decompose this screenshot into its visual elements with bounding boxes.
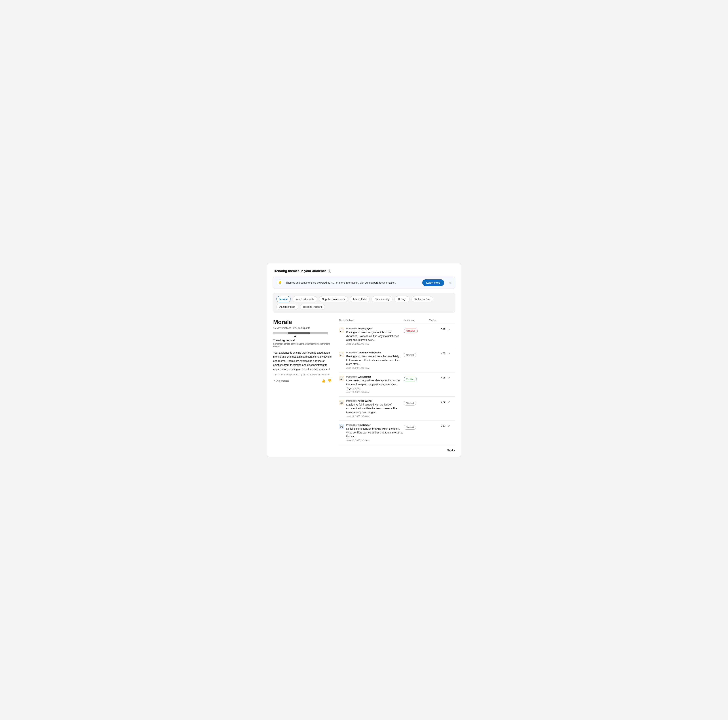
sentiment-col-2: Positive xyxy=(404,375,429,381)
participants-count: 275 participants xyxy=(293,327,310,329)
sentiment-col-0: Negative xyxy=(404,327,429,333)
negative-bar xyxy=(273,332,288,335)
views-header[interactable]: Views ↓ xyxy=(429,319,448,321)
conv-author-1: Posted by Lawrence Gilbertson xyxy=(346,351,404,354)
table-row: 💬 Posted by Amy Nguyen Feeling a bit dow… xyxy=(339,324,455,348)
conv-author-3: Posted by Astrid Wong xyxy=(346,399,404,402)
conv-main-4: 💬 Posted by Tim Deboer Noticing some ten… xyxy=(339,423,404,442)
conv-icon-3: 💬 xyxy=(339,400,344,405)
thumbs-up-button[interactable]: 👍 xyxy=(321,379,326,383)
sentiment-col-1: Neutral xyxy=(404,351,429,357)
theme-tag-data-security[interactable]: Data security xyxy=(372,296,393,302)
page-title-row: Trending themes in your audience i xyxy=(273,269,455,273)
info-icon[interactable]: i xyxy=(328,269,331,273)
table-row: 💬 Posted by Lydia Bauer Love seeing the … xyxy=(339,372,455,397)
conv-date-0: June 14, 2023, 9:34 AM xyxy=(346,342,404,345)
trend-icon-0[interactable]: ↗ xyxy=(448,327,455,331)
thumbs-down-button[interactable]: 👎 xyxy=(327,379,332,383)
sentiment-col-4: Neutral xyxy=(404,423,429,430)
sentiment-col-3: Neutral xyxy=(404,399,429,405)
main-container: Trending themes in your audience i 💡 The… xyxy=(267,263,461,457)
topic-title: Morale xyxy=(273,319,332,326)
left-panel: Morale 15 conversations • 275 participan… xyxy=(273,319,332,383)
conv-preview-3[interactable]: Lately, I've felt frustrated with the la… xyxy=(346,403,404,414)
neutral-bar xyxy=(288,332,310,335)
conv-date-2: June 14, 2023, 9:34 AM xyxy=(346,391,404,393)
conv-main-3: 💬 Posted by Astrid Wong Lately, I've fel… xyxy=(339,399,404,417)
conv-body-2: Posted by Lydia Bauer Love seeing the po… xyxy=(346,375,404,393)
ai-banner: 💡 Themes and sentiment are powered by AI… xyxy=(273,277,455,289)
conv-icon-4: 💬 xyxy=(339,424,344,429)
feedback-buttons: 👍 👎 xyxy=(321,379,332,383)
conv-date-1: June 14, 2023, 9:34 AM xyxy=(346,367,404,369)
conv-body-0: Posted by Amy Nguyen Feeling a bit down … xyxy=(346,327,404,345)
trend-icon-3[interactable]: ↗ xyxy=(448,399,455,404)
theme-tag-supply-chain-issues[interactable]: Supply chain issues xyxy=(319,296,348,302)
positive-bar xyxy=(310,332,328,335)
conv-body-4: Posted by Tim Deboer Noticing some tensi… xyxy=(346,423,404,442)
trend-icon-2[interactable]: ↗ xyxy=(448,375,455,379)
banner-bulb-icon: 💡 xyxy=(277,280,283,286)
conv-icon-2: 💬 xyxy=(339,376,344,381)
summary-text: Your audience is sharing their feelings … xyxy=(273,351,332,371)
conv-preview-4[interactable]: Noticing some tension brewing within the… xyxy=(346,427,404,439)
views-cell-3: 376 xyxy=(429,399,448,403)
conv-main-2: 💬 Posted by Lydia Bauer Love seeing the … xyxy=(339,375,404,393)
ai-footer: ✦ AI-generated 👍 👎 xyxy=(273,379,332,383)
right-panel: Conversations Sentiment Views ↓ 💬 Posted… xyxy=(339,319,455,452)
neutral-indicator xyxy=(294,335,297,337)
conv-author-2: Posted by Lydia Bauer xyxy=(346,375,404,378)
banner-close-button[interactable]: ✕ xyxy=(449,281,451,285)
pagination-row: Next › xyxy=(339,445,455,452)
conv-date-3: June 14, 2023, 9:34 AM xyxy=(346,415,404,417)
conv-author-0: Posted by Amy Nguyen xyxy=(346,327,404,330)
conv-date-4: June 14, 2023, 9:34 AM xyxy=(346,439,404,442)
sentiment-bar-row xyxy=(273,332,332,335)
views-cell-4: 352 xyxy=(429,423,448,427)
views-cell-1: 477 xyxy=(429,351,448,355)
theme-tag-wellness-day[interactable]: Wellness Day xyxy=(411,296,433,302)
theme-tag-hacking-incident[interactable]: Hacking incident xyxy=(300,304,325,310)
conversations-header: Conversations xyxy=(339,319,404,321)
conv-preview-1[interactable]: Feeling a bit disconnected from the team… xyxy=(346,355,404,366)
table-header: Conversations Sentiment Views ↓ xyxy=(339,319,455,323)
sort-arrow-icon: ↓ xyxy=(436,319,437,321)
conv-author-4: Posted by Tim Deboer xyxy=(346,423,404,426)
banner-text: Themes and sentiment are powered by AI. … xyxy=(286,281,420,284)
theme-tag-morale[interactable]: Morale xyxy=(276,296,291,302)
conv-preview-0[interactable]: Feeling a bit down lately about the team… xyxy=(346,330,404,342)
trend-icon-4[interactable]: ↗ xyxy=(448,423,455,428)
topic-meta: 15 conversations • 275 participants xyxy=(273,327,332,329)
next-chevron-icon: › xyxy=(454,448,455,452)
trending-subtitle: Sentiment across conversations with this… xyxy=(273,342,332,348)
sentiment-badge-4: Neutral xyxy=(404,425,416,430)
conv-preview-2[interactable]: Love seeing the positive vibes spreading… xyxy=(346,379,404,390)
ai-generated-label: ✦ AI-generated xyxy=(273,379,289,382)
sentiment-badge-0: Negative xyxy=(404,329,418,333)
conv-main-1: 💬 Posted by Lawrence Gilbertson Feeling … xyxy=(339,351,404,369)
sentiment-header: Sentiment xyxy=(404,319,429,321)
theme-tags-row: MoraleYear end resultsSupply chain issue… xyxy=(276,296,452,310)
theme-tag-ai-job-impact[interactable]: AI Job Impact xyxy=(276,304,298,310)
sentiment-badge-1: Neutral xyxy=(404,353,416,357)
conv-icon-0: 💬 xyxy=(339,327,344,333)
theme-tag-ai-bugs[interactable]: AI Bugs xyxy=(394,296,410,302)
ai-disclaimer: The summary is generated by AI and may n… xyxy=(273,373,332,376)
actions-header xyxy=(448,319,455,321)
learn-more-button[interactable]: Learn more xyxy=(422,280,444,286)
table-rows: 💬 Posted by Amy Nguyen Feeling a bit dow… xyxy=(339,324,455,445)
theme-tag-year-end-results[interactable]: Year end results xyxy=(292,296,317,302)
next-button[interactable]: Next › xyxy=(447,448,455,452)
sentiment-badge-3: Neutral xyxy=(404,401,416,405)
trending-title: Trending neutral xyxy=(273,339,332,342)
table-row: 💬 Posted by Tim Deboer Noticing some ten… xyxy=(339,421,455,445)
conversations-count: 15 conversations xyxy=(273,327,291,329)
main-content: Morale 15 conversations • 275 participan… xyxy=(273,319,455,452)
trend-icon-1[interactable]: ↗ xyxy=(448,351,455,355)
conv-body-3: Posted by Astrid Wong Lately, I've felt … xyxy=(346,399,404,417)
page-title: Trending themes in your audience xyxy=(273,269,327,273)
conv-icon-1: 💬 xyxy=(339,352,344,357)
table-row: 💬 Posted by Lawrence Gilbertson Feeling … xyxy=(339,348,455,372)
theme-tag-team-offsite[interactable]: Team offsite xyxy=(350,296,370,302)
themes-bar: MoraleYear end resultsSupply chain issue… xyxy=(273,293,455,313)
